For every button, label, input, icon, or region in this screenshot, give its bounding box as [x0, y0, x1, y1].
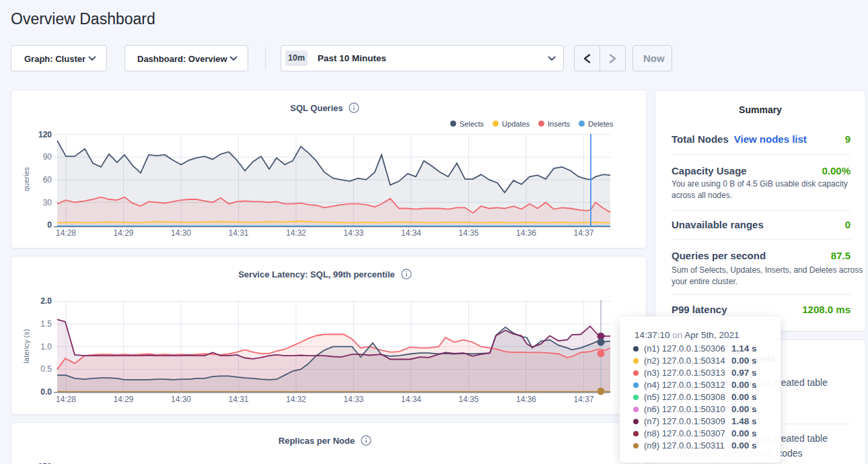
svg-text:0: 0 — [47, 220, 52, 230]
svg-text:14:35: 14:35 — [458, 395, 478, 404]
svg-text:14:31: 14:31 — [228, 228, 248, 238]
svg-text:14:31: 14:31 — [228, 395, 248, 404]
svg-text:14:29: 14:29 — [113, 228, 133, 238]
svg-text:14:30: 14:30 — [171, 228, 191, 238]
svg-text:14:33: 14:33 — [343, 395, 363, 404]
svg-text:14:37: 14:37 — [573, 395, 593, 404]
svg-text:latency (s): latency (s) — [22, 329, 30, 364]
svg-text:14:33: 14:33 — [343, 228, 363, 238]
svg-text:1.5: 1.5 — [40, 319, 52, 329]
svg-text:14:37: 14:37 — [573, 228, 593, 238]
svg-text:14:34: 14:34 — [401, 228, 421, 238]
svg-text:14:32: 14:32 — [286, 395, 306, 404]
svg-text:0.5: 0.5 — [40, 364, 52, 374]
svg-text:14:28: 14:28 — [56, 228, 76, 238]
svg-text:queries: queries — [22, 166, 30, 191]
svg-text:14:29: 14:29 — [113, 395, 133, 404]
svg-text:14:34: 14:34 — [401, 395, 421, 404]
svg-text:14:28: 14:28 — [56, 395, 76, 404]
svg-text:90: 90 — [43, 152, 52, 162]
svg-text:14:35: 14:35 — [458, 228, 478, 238]
svg-text:14:30: 14:30 — [171, 395, 191, 404]
svg-text:60: 60 — [43, 175, 52, 185]
svg-text:0.0: 0.0 — [40, 387, 52, 397]
svg-text:14:32: 14:32 — [286, 228, 306, 238]
svg-text:14:36: 14:36 — [516, 395, 536, 404]
svg-text:14:36: 14:36 — [516, 228, 536, 238]
svg-text:2.0: 2.0 — [40, 296, 52, 306]
svg-text:120: 120 — [38, 130, 52, 139]
svg-text:30: 30 — [43, 198, 52, 207]
svg-text:1.0: 1.0 — [40, 342, 52, 352]
